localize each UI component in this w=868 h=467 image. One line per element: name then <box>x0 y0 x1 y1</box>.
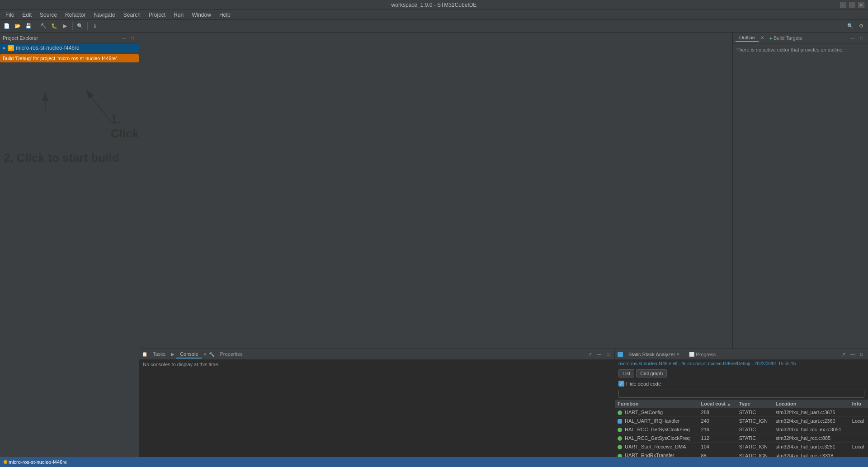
maximize-panel-button[interactable]: □ <box>129 34 136 42</box>
table-row[interactable]: HAL_RCC_GetSysClockFreq 112 STATIC stm32… <box>615 434 868 443</box>
build-tooltip[interactable]: Build 'Debug' for project 'micro-ros-st-… <box>0 54 139 62</box>
toolbar-sep-2 <box>72 22 73 30</box>
cell-local-cost: 240 <box>698 417 736 425</box>
editor-area <box>139 33 732 349</box>
analyzer-open[interactable]: ↗ <box>840 351 847 358</box>
analyzer-search-input[interactable] <box>618 390 864 398</box>
menu-window[interactable]: Window <box>188 11 215 19</box>
toolbar-sep-1 <box>36 22 36 30</box>
outline-close[interactable]: ✕ <box>760 35 764 40</box>
search-toolbar-button[interactable]: 🔍 <box>75 21 85 31</box>
menu-search[interactable]: Search <box>120 11 144 19</box>
status-bar: micro-ros-st-nucleo-f446re <box>0 457 868 467</box>
console-minimize[interactable]: — <box>595 351 603 358</box>
properties-icon: 🔧 <box>209 352 214 357</box>
editor-outline-area: Outline ✕ ● Build Targets — □ There is n… <box>139 33 868 349</box>
menu-source[interactable]: Source <box>36 11 61 19</box>
table-row[interactable]: UART_EndRxTransfer 88 STATIC_IGN stm32f4… <box>615 451 868 457</box>
cell-location: stm32f4xx_hal_uart.c:3251 <box>773 443 849 451</box>
sort-arrow: ▲ <box>727 402 731 406</box>
cell-info <box>849 425 868 434</box>
analyzer-minimize[interactable]: — <box>849 351 856 358</box>
call-graph-tab[interactable]: Call graph <box>636 369 667 377</box>
debug-button[interactable]: 🐛 <box>49 21 59 31</box>
menu-help[interactable]: Help <box>216 11 234 19</box>
run-button[interactable]: ▶ <box>60 21 70 31</box>
info-button[interactable]: ℹ <box>90 21 100 31</box>
cell-local-cost: 88 <box>698 451 736 457</box>
outline-tab[interactable]: Outline <box>736 34 759 42</box>
open-button[interactable]: 📂 <box>13 21 23 31</box>
analyzer-breadcrumb: micro-ros-st-nucleo-f446re.elf - /micro-… <box>615 360 868 368</box>
cell-type: STATIC_IGN <box>736 443 773 451</box>
status-project-name: micro-ros-st-nucleo-f446re <box>9 459 67 465</box>
minimize-panel-button[interactable]: — <box>121 34 128 42</box>
menu-file[interactable]: File <box>2 11 18 19</box>
analyzer-maximize[interactable]: □ <box>858 351 865 358</box>
build-targets-tab[interactable]: ● Build Targets <box>766 34 806 42</box>
menu-navigate[interactable]: Navigate <box>90 11 118 19</box>
outline-content: There is no active editor that provides … <box>733 43 868 349</box>
cell-info <box>849 451 868 457</box>
minimize-button[interactable]: – <box>840 2 846 8</box>
console-open-btn[interactable]: ↗ <box>586 351 594 358</box>
console-maximize[interactable]: □ <box>604 351 612 358</box>
tasks-tab[interactable]: Tasks <box>149 350 169 359</box>
left-panel-header: Project Explorer — □ <box>0 33 139 43</box>
console-tab[interactable]: Console <box>176 350 202 359</box>
outline-maximize[interactable]: □ <box>858 34 865 42</box>
tasks-icon: 📋 <box>142 352 147 357</box>
analyzer-icon <box>618 352 623 357</box>
toolbar-settings[interactable]: ⚙ <box>856 21 866 31</box>
build-button[interactable]: 🔨 <box>38 21 48 31</box>
analyzer-close[interactable]: ✕ <box>676 352 680 357</box>
cell-function: HAL_RCC_GetSysClockFreq <box>615 434 698 443</box>
project-icon: M <box>8 45 14 51</box>
table-row[interactable]: UART_SetConfig 288 STATIC stm32f4xx_hal_… <box>615 408 868 417</box>
cell-info: Local <box>849 443 868 451</box>
console-header: 📋 Tasks ▶ Console ✕ 🔧 Properties ↗ — □ <box>139 349 614 360</box>
table-row[interactable]: HAL_RCC_GetSysClockFreq 216 STATIC stm32… <box>615 425 868 434</box>
cell-local-cost: 112 <box>698 434 736 443</box>
function-name: HAL_RCC_GetSysClockFreq <box>625 435 690 441</box>
menu-run[interactable]: Run <box>170 11 187 19</box>
save-button[interactable]: 💾 <box>24 21 33 31</box>
col-type[interactable]: Type <box>736 400 773 408</box>
properties-tab[interactable]: Properties <box>216 350 246 359</box>
menu-refactor[interactable]: Refactor <box>61 11 89 19</box>
project-item[interactable]: ▶ M micro-ros-st-nucleo-f446re <box>0 43 139 52</box>
bottom-area: 📋 Tasks ▶ Console ✕ 🔧 Properties ↗ — □ N… <box>139 349 868 457</box>
list-tab[interactable]: List <box>618 369 634 377</box>
click-to-build-annotation: 2. Click to start build <box>4 151 119 165</box>
analyzer-tab[interactable]: Static Stack Analyzer ✕ <box>625 351 684 358</box>
console-icon: ▶ <box>171 352 175 357</box>
close-button[interactable]: ✕ <box>858 2 864 8</box>
toolbar-search[interactable]: 🔍 <box>845 21 855 31</box>
window-title: workspace_1.9.0 - STM32CubeIDE <box>392 2 477 8</box>
table-row[interactable]: HAL_UART_IRQHandler 240 STATIC_IGN stm32… <box>615 417 868 425</box>
click-annotation: 1. Click <box>111 113 139 141</box>
annotation-arrows <box>0 65 140 282</box>
main-layout: Project Explorer — □ Build 'Debug' for p… <box>0 33 868 457</box>
col-info[interactable]: Info <box>849 400 868 408</box>
menu-project[interactable]: Project <box>145 11 169 19</box>
cell-type: STATIC <box>736 425 773 434</box>
menu-edit[interactable]: Edit <box>19 11 35 19</box>
progress-tab[interactable]: ⬜ Progress <box>685 351 719 358</box>
hide-dead-code-checkbox[interactable]: ✓ <box>618 381 624 387</box>
console-close[interactable]: ✕ <box>203 352 207 357</box>
table-row[interactable]: UART_Start_Receive_DMA 104 STATIC_IGN st… <box>615 443 868 451</box>
col-function[interactable]: Function <box>615 400 698 408</box>
function-dot <box>618 445 622 449</box>
outline-empty-message: There is no active editor that provides … <box>736 47 844 52</box>
col-local-cost[interactable]: Local cost ▲ <box>698 400 736 408</box>
col-location[interactable]: Location <box>773 400 849 408</box>
outline-minimize[interactable]: — <box>849 34 856 42</box>
left-panel: Project Explorer — □ Build 'Debug' for p… <box>0 33 139 457</box>
maximize-button[interactable]: □ <box>849 2 855 8</box>
cell-local-cost: 216 <box>698 425 736 434</box>
new-button[interactable]: 📄 <box>2 21 12 31</box>
analyzer-header: Static Stack Analyzer ✕ ⬜ Progress ↗ — □ <box>615 349 868 360</box>
status-dot <box>4 460 7 464</box>
function-dot <box>618 454 622 457</box>
